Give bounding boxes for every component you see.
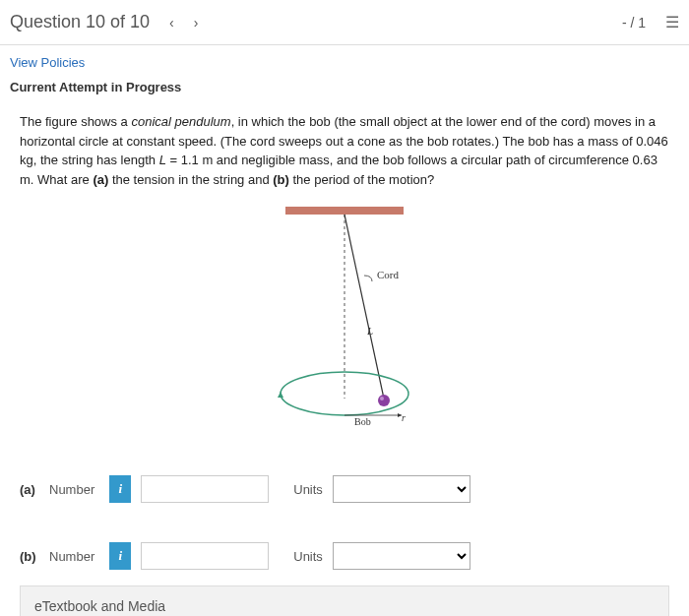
info-icon-a[interactable]: i <box>109 475 131 503</box>
svg-point-7 <box>378 395 390 406</box>
units-label-b: Units <box>293 549 323 564</box>
number-input-b[interactable] <box>141 542 269 570</box>
svg-point-8 <box>380 397 384 400</box>
prev-question-button[interactable]: ‹ <box>169 15 174 31</box>
svg-marker-6 <box>278 392 283 398</box>
etextbook-media-button[interactable]: eTextbook and Media <box>20 585 669 616</box>
svg-rect-0 <box>285 207 404 215</box>
number-label-b: Number <box>49 549 94 564</box>
svg-text:Bob: Bob <box>354 416 371 427</box>
info-icon-b[interactable]: i <box>109 542 131 570</box>
view-policies-link[interactable]: View Policies <box>10 55 85 70</box>
units-select-b[interactable] <box>333 542 470 570</box>
conical-pendulum-figure: Cord L Bob r <box>0 207 689 436</box>
next-question-button[interactable]: › <box>194 15 199 31</box>
part-a-label: (a) <box>20 482 39 497</box>
menu-icon[interactable]: ☰ <box>665 13 679 31</box>
units-label-a: Units <box>293 482 323 497</box>
number-input-a[interactable] <box>141 475 269 503</box>
question-text: The figure shows a conical pendulum, in … <box>0 104 689 197</box>
attempt-status: Current Attempt in Progress <box>0 80 689 104</box>
svg-text:L: L <box>366 325 373 337</box>
svg-text:Cord: Cord <box>377 269 400 280</box>
svg-text:r: r <box>402 412 406 423</box>
svg-line-2 <box>344 215 384 399</box>
units-select-a[interactable] <box>333 475 470 503</box>
part-b-label: (b) <box>20 549 39 564</box>
score-display: - / 1 <box>622 15 646 31</box>
question-title: Question 10 of 10 <box>10 12 150 32</box>
number-label-a: Number <box>49 482 94 497</box>
